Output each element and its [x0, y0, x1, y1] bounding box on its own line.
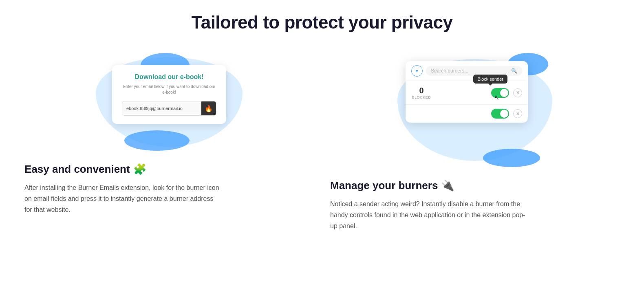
- page-title: Tailored to protect your privacy: [24, 12, 620, 33]
- right-illustration: ▾ Search burners... 🔍 Block sender 0 BLO…: [389, 53, 560, 167]
- popup-row-second: ✕: [406, 105, 528, 123]
- close-button-second[interactable]: ✕: [513, 109, 522, 118]
- easy-convenient-label: Easy and convenient 🧩: [24, 163, 146, 176]
- features-grid: Download our e-book! Enter your email be…: [24, 53, 620, 232]
- blocked-label: BLOCKED: [412, 95, 431, 99]
- manage-label-emoji: 🔌: [441, 179, 454, 192]
- card-title: Download our e-book!: [122, 73, 216, 81]
- burner-flame-icon: 🔥: [205, 105, 213, 112]
- search-box[interactable]: Search burners... 🔍: [426, 66, 522, 76]
- cursor-icon: ↖: [213, 111, 216, 116]
- popup-row-first: Block sender 0 BLOCKED ✕ ↖: [406, 81, 528, 105]
- blob-right-bottom: [483, 149, 540, 167]
- toggle-knob-2: [500, 110, 508, 118]
- page-wrapper: Tailored to protect your privacy Downloa…: [0, 0, 644, 248]
- burner-popup-panel: ▾ Search burners... 🔍 Block sender 0 BLO…: [406, 61, 528, 123]
- feature-right: ▾ Search burners... 🔍 Block sender 0 BLO…: [330, 53, 620, 232]
- popup-header: ▾ Search burners... 🔍: [406, 61, 528, 81]
- easy-label-emoji: 🧩: [133, 163, 146, 176]
- manage-label-text: Manage your burners: [330, 179, 438, 192]
- manage-burners-label: Manage your burners 🔌: [330, 179, 454, 192]
- email-download-card: Download our e-book! Enter your email be…: [112, 65, 226, 124]
- toggle-knob: [500, 89, 508, 97]
- left-illustration: Download our e-book! Enter your email be…: [92, 53, 247, 151]
- cursor-icon-right: ↖: [494, 95, 499, 101]
- card-subtitle: Enter your email below if you want to do…: [122, 84, 216, 95]
- toggle-active-2[interactable]: [491, 109, 509, 119]
- toggle-active[interactable]: [491, 88, 509, 98]
- blob-left-bottom: [124, 130, 190, 151]
- dropdown-button[interactable]: ▾: [411, 65, 423, 77]
- email-input-row: ebook.83f9jq@burnermail.io 🔥 ↖: [122, 101, 216, 116]
- search-icon: 🔍: [511, 68, 517, 74]
- email-input-display: ebook.83f9jq@burnermail.io: [122, 103, 201, 114]
- burner-generate-button[interactable]: 🔥 ↖: [201, 101, 216, 115]
- blocked-count-display: 0 BLOCKED: [411, 86, 432, 99]
- easy-description: After installing the Burner Emails exten…: [24, 182, 220, 216]
- feature-left: Download our e-book! Enter your email be…: [24, 53, 314, 216]
- manage-description: Noticed a sender acting weird? Instantly…: [330, 198, 526, 232]
- block-sender-tooltip: Block sender: [473, 75, 507, 84]
- blocked-number: 0: [419, 86, 423, 95]
- close-button-first[interactable]: ✕: [513, 88, 522, 97]
- easy-label-text: Easy and convenient: [24, 163, 130, 176]
- search-placeholder-text: Search burners...: [431, 68, 509, 74]
